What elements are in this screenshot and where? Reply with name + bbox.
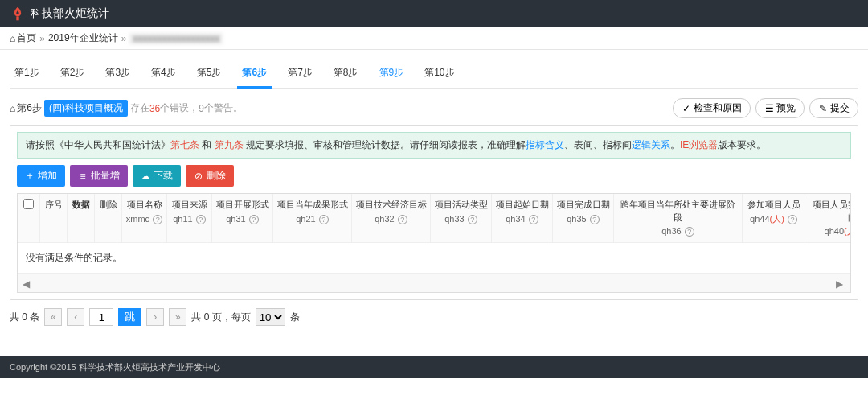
- indicator-meaning-link[interactable]: 指标含义: [526, 139, 564, 150]
- column-header: 跨年项目当年所处主要进展阶段qh36 ?: [614, 194, 743, 242]
- total-count: 共 0 条: [10, 311, 39, 324]
- tab-step[interactable]: 第6步: [239, 61, 270, 88]
- tab-step[interactable]: 第7步: [285, 61, 316, 88]
- submit-button[interactable]: ✎提交: [809, 98, 858, 118]
- warn-label: 个警告。: [204, 101, 243, 115]
- help-icon[interactable]: ?: [249, 215, 259, 224]
- page-info: 共 0 页，每页: [191, 311, 250, 324]
- crumb-sep: »: [121, 33, 127, 44]
- help-icon[interactable]: ?: [468, 215, 477, 224]
- scroll-right-icon[interactable]: ▶: [836, 278, 845, 288]
- last-page-button[interactable]: »: [169, 308, 186, 326]
- pagination: 共 0 条 « ‹ 跳 › » 共 0 页，每页 10 条: [10, 308, 858, 326]
- select-all-checkbox[interactable]: [23, 199, 34, 209]
- add-button[interactable]: ＋增加: [17, 165, 65, 187]
- data-table: 序号数据删除项目名称xmmc ?项目来源qh11 ?项目开展形式qh31 ?项目…: [17, 193, 851, 293]
- help-icon[interactable]: ?: [196, 215, 206, 224]
- column-header: 项目人员实际工作时间qh40(人月) ?: [805, 194, 851, 242]
- jump-button[interactable]: 跳: [118, 308, 141, 326]
- help-icon[interactable]: ?: [788, 215, 797, 224]
- tab-step[interactable]: 第4步: [148, 61, 179, 88]
- crumb-year[interactable]: 2019年企业统计: [48, 31, 118, 45]
- delete-icon: ⊘: [194, 171, 203, 181]
- error-count: 36: [149, 103, 160, 114]
- tab-step[interactable]: 第5步: [194, 61, 225, 88]
- svg-rect-0: [16, 16, 18, 20]
- help-icon[interactable]: ?: [398, 215, 407, 224]
- help-icon[interactable]: ?: [529, 215, 538, 224]
- next-page-button[interactable]: ›: [146, 308, 164, 326]
- download-button[interactable]: ☁下载: [133, 165, 181, 187]
- column-header: 项目起始日期qh34 ?: [492, 194, 553, 242]
- column-header: 项目完成日期qh35 ?: [553, 194, 614, 242]
- help-icon[interactable]: ?: [685, 227, 694, 237]
- preview-button[interactable]: ☰预览: [755, 98, 805, 118]
- download-icon: ☁: [141, 171, 150, 181]
- table-header: 序号数据删除项目名称xmmc ?项目来源qh11 ?项目开展形式qh31 ?项目…: [18, 194, 850, 242]
- brand-title: 科技部火炬统计: [31, 6, 109, 21]
- delete-button[interactable]: ⊘删除: [186, 165, 234, 187]
- tab-step[interactable]: 第9步: [376, 61, 407, 88]
- submit-icon: ✎: [818, 104, 828, 113]
- exists-label: 存在: [130, 101, 149, 115]
- column-header: 项目名称xmmc ?: [122, 194, 167, 242]
- column-header: 项目当年成果形式qh21 ?: [273, 194, 352, 242]
- home-icon: ⌂: [10, 33, 15, 44]
- column-header: 数据: [68, 194, 95, 242]
- tab-step[interactable]: 第8步: [330, 61, 362, 88]
- column-header: 项目技术经济目标qh32 ?: [352, 194, 431, 242]
- column-header: 项目开展形式qh31 ?: [212, 194, 273, 242]
- column-header: 参加项目人员qh44(人) ?: [743, 194, 805, 242]
- column-header: 项目活动类型qh33 ?: [431, 194, 492, 242]
- tab-step[interactable]: 第3步: [102, 61, 133, 88]
- preview-icon: ☰: [764, 104, 774, 113]
- step-tabs: 第1步第2步第3步第4步第5步第6步第7步第8步第9步第10步: [10, 56, 858, 89]
- footer: Copyright ©2015 科学技术部火炬高技术产业开发中心: [0, 356, 868, 378]
- sep: ，: [189, 101, 199, 115]
- horizontal-scrollbar[interactable]: ◀ ▶: [18, 273, 850, 292]
- plus-icon: ＋: [25, 171, 35, 181]
- tab-step[interactable]: 第1步: [11, 61, 43, 88]
- first-page-button[interactable]: «: [44, 308, 62, 326]
- warn-count: 9: [199, 103, 204, 114]
- help-icon[interactable]: ?: [153, 215, 162, 224]
- page-suffix: 条: [290, 311, 300, 324]
- column-header: [18, 194, 40, 242]
- help-icon[interactable]: ?: [319, 215, 329, 224]
- crumb-sep: »: [39, 33, 45, 44]
- tab-step[interactable]: 第2步: [57, 61, 88, 88]
- error-label: 个错误: [160, 101, 189, 115]
- batch-icon: ≡: [78, 171, 88, 181]
- column-header: 序号: [40, 194, 68, 242]
- torch-logo-icon: [10, 6, 26, 22]
- logic-relation-link[interactable]: 逻辑关系: [632, 139, 670, 150]
- empty-message: 没有满足条件的记录。: [18, 242, 850, 273]
- step-title-chip: (四)科技项目概况: [44, 100, 128, 117]
- breadcrumb: ⌂ 首页 » 2019年企业统计 » xxxxxxxxxxxxxxxxxx: [0, 27, 868, 50]
- check-icon: ✓: [682, 104, 691, 113]
- main-panel: 请按照《中华人民共和国统计法》第七条 和 第九条 规定要求填报、审核和管理统计数…: [10, 125, 858, 300]
- top-bar: 科技部火炬统计: [0, 0, 868, 27]
- help-icon[interactable]: ?: [590, 215, 600, 224]
- tab-step[interactable]: 第10步: [421, 61, 457, 88]
- page-size-select[interactable]: 10: [256, 308, 285, 326]
- crumb-current: xxxxxxxxxxxxxxxxxx: [129, 33, 223, 44]
- batch-add-button[interactable]: ≡批量增: [70, 165, 128, 187]
- page-input[interactable]: [89, 308, 113, 326]
- check-reason-button[interactable]: ✓检查和原因: [673, 98, 751, 118]
- column-header: 项目来源qh11 ?: [167, 194, 212, 242]
- step-prefix: 第6步: [17, 101, 42, 115]
- scroll-left-icon[interactable]: ◀: [23, 278, 32, 288]
- prev-page-button[interactable]: ‹: [67, 308, 84, 326]
- step-title-row: ⌂ 第6步 (四)科技项目概况 存在 36 个错误 ， 9 个警告。: [10, 100, 243, 117]
- column-header: 删除: [95, 194, 122, 242]
- notice-banner: 请按照《中华人民共和国统计法》第七条 和 第九条 规定要求填报、审核和管理统计数…: [17, 132, 851, 159]
- home-icon: ⌂: [10, 103, 15, 114]
- crumb-home[interactable]: 首页: [17, 31, 36, 45]
